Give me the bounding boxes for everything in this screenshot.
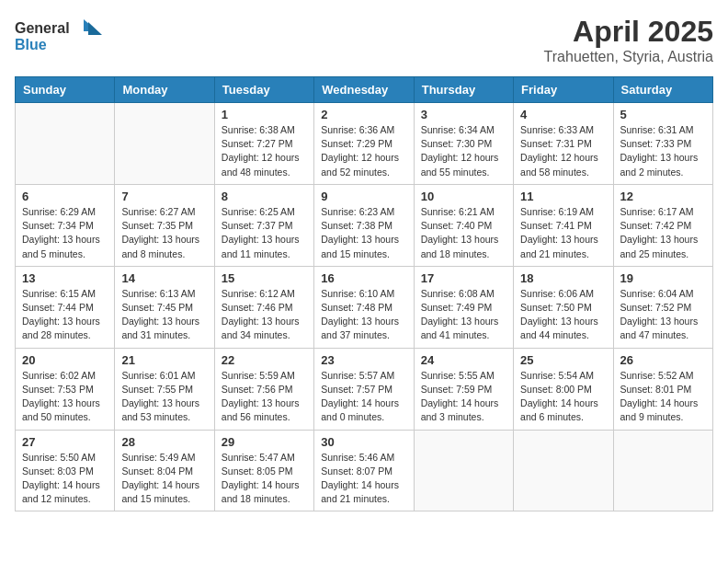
day-info: Sunrise: 6:15 AMSunset: 7:44 PMDaylight:… [22,287,108,343]
table-row: 5Sunrise: 6:31 AMSunset: 7:33 PMDaylight… [613,103,712,185]
day-info: Sunrise: 6:19 AMSunset: 7:41 PMDaylight:… [520,205,606,261]
table-row: 18Sunrise: 6:06 AMSunset: 7:50 PMDayligh… [514,266,613,348]
title-block: April 2025 Trahuetten, Styria, Austria [544,15,713,65]
table-row: 28Sunrise: 5:49 AMSunset: 8:04 PMDayligh… [115,430,214,511]
table-row: 23Sunrise: 5:57 AMSunset: 7:57 PMDayligh… [314,348,414,430]
day-number: 21 [121,353,207,367]
calendar-week-row: 13Sunrise: 6:15 AMSunset: 7:44 PMDayligh… [16,266,713,348]
calendar-subtitle: Trahuetten, Styria, Austria [544,49,713,65]
calendar-week-row: 27Sunrise: 5:50 AMSunset: 8:03 PMDayligh… [16,430,713,511]
table-row: 12Sunrise: 6:17 AMSunset: 7:42 PMDayligh… [613,184,712,266]
weekday-header-monday: Monday [115,77,214,103]
day-number: 15 [222,271,307,285]
day-number: 30 [321,435,406,449]
calendar-title: April 2025 [544,15,713,49]
day-info: Sunrise: 5:55 AMSunset: 7:59 PMDaylight:… [421,369,506,425]
weekday-header-row: SundayMondayTuesdayWednesdayThursdayFrid… [16,77,713,103]
day-number: 11 [520,190,606,203]
table-row [16,103,115,185]
day-info: Sunrise: 6:21 AMSunset: 7:40 PMDaylight:… [421,205,506,261]
day-number: 4 [520,108,606,121]
logo: General Blue [15,15,116,60]
day-number: 27 [22,435,108,449]
day-info: Sunrise: 6:34 AMSunset: 7:30 PMDaylight:… [421,123,506,179]
day-number: 29 [222,435,307,449]
day-info: Sunrise: 6:12 AMSunset: 7:46 PMDaylight:… [222,287,307,343]
day-info: Sunrise: 6:25 AMSunset: 7:37 PMDaylight:… [222,205,307,261]
table-row: 15Sunrise: 6:12 AMSunset: 7:46 PMDayligh… [214,266,313,348]
day-info: Sunrise: 6:27 AMSunset: 7:35 PMDaylight:… [121,205,207,261]
table-row [414,430,513,511]
day-info: Sunrise: 6:10 AMSunset: 7:48 PMDaylight:… [321,287,406,343]
day-info: Sunrise: 6:36 AMSunset: 7:29 PMDaylight:… [321,123,406,179]
day-info: Sunrise: 6:04 AMSunset: 7:52 PMDaylight:… [620,287,706,343]
table-row: 26Sunrise: 5:52 AMSunset: 8:01 PMDayligh… [613,348,712,430]
table-row: 24Sunrise: 5:55 AMSunset: 7:59 PMDayligh… [414,348,513,430]
calendar-week-row: 6Sunrise: 6:29 AMSunset: 7:34 PMDaylight… [16,184,713,266]
day-info: Sunrise: 5:57 AMSunset: 7:57 PMDaylight:… [321,369,406,425]
weekday-header-friday: Friday [514,77,613,103]
weekday-header-thursday: Thursday [414,77,513,103]
day-number: 7 [121,190,207,203]
day-info: Sunrise: 5:47 AMSunset: 8:05 PMDaylight:… [222,451,307,507]
table-row [613,430,712,511]
day-number: 25 [520,353,606,367]
svg-marker-2 [88,22,102,35]
day-number: 16 [321,271,406,285]
table-row: 1Sunrise: 6:38 AMSunset: 7:27 PMDaylight… [214,103,313,185]
day-number: 3 [421,108,506,121]
table-row: 22Sunrise: 5:59 AMSunset: 7:56 PMDayligh… [214,348,313,430]
day-number: 12 [620,190,706,203]
day-info: Sunrise: 6:29 AMSunset: 7:34 PMDaylight:… [22,205,108,261]
day-info: Sunrise: 5:54 AMSunset: 8:00 PMDaylight:… [520,369,606,425]
day-info: Sunrise: 6:38 AMSunset: 7:27 PMDaylight:… [222,123,307,179]
day-info: Sunrise: 6:01 AMSunset: 7:55 PMDaylight:… [121,369,207,425]
weekday-header-sunday: Sunday [16,77,115,103]
day-number: 20 [22,353,108,367]
table-row: 14Sunrise: 6:13 AMSunset: 7:45 PMDayligh… [115,266,214,348]
day-number: 19 [620,271,706,285]
day-info: Sunrise: 5:59 AMSunset: 7:56 PMDaylight:… [222,369,307,425]
day-info: Sunrise: 5:49 AMSunset: 8:04 PMDaylight:… [121,451,207,507]
day-info: Sunrise: 6:02 AMSunset: 7:53 PMDaylight:… [22,369,108,425]
day-info: Sunrise: 6:06 AMSunset: 7:50 PMDaylight:… [520,287,606,343]
header: General Blue April 2025 Trahuetten, Styr… [15,15,713,65]
day-info: Sunrise: 6:13 AMSunset: 7:45 PMDaylight:… [121,287,207,343]
table-row: 7Sunrise: 6:27 AMSunset: 7:35 PMDaylight… [115,184,214,266]
table-row [514,430,613,511]
table-row: 6Sunrise: 6:29 AMSunset: 7:34 PMDaylight… [16,184,115,266]
day-number: 13 [22,271,108,285]
table-row: 19Sunrise: 6:04 AMSunset: 7:52 PMDayligh… [613,266,712,348]
logo-text: General Blue [15,15,116,60]
day-number: 18 [520,271,606,285]
day-info: Sunrise: 6:08 AMSunset: 7:49 PMDaylight:… [421,287,506,343]
calendar-week-row: 20Sunrise: 6:02 AMSunset: 7:53 PMDayligh… [16,348,713,430]
table-row: 2Sunrise: 6:36 AMSunset: 7:29 PMDaylight… [314,103,414,185]
day-info: Sunrise: 5:46 AMSunset: 8:07 PMDaylight:… [321,451,406,507]
table-row: 8Sunrise: 6:25 AMSunset: 7:37 PMDaylight… [214,184,313,266]
table-row: 25Sunrise: 5:54 AMSunset: 8:00 PMDayligh… [514,348,613,430]
table-row: 21Sunrise: 6:01 AMSunset: 7:55 PMDayligh… [115,348,214,430]
table-row: 30Sunrise: 5:46 AMSunset: 8:07 PMDayligh… [314,430,414,511]
table-row: 27Sunrise: 5:50 AMSunset: 8:03 PMDayligh… [16,430,115,511]
table-row: 20Sunrise: 6:02 AMSunset: 7:53 PMDayligh… [16,348,115,430]
weekday-header-wednesday: Wednesday [314,77,414,103]
day-number: 22 [222,353,307,367]
day-info: Sunrise: 6:31 AMSunset: 7:33 PMDaylight:… [620,123,706,179]
table-row [115,103,214,185]
table-row: 11Sunrise: 6:19 AMSunset: 7:41 PMDayligh… [514,184,613,266]
table-row: 4Sunrise: 6:33 AMSunset: 7:31 PMDaylight… [514,103,613,185]
svg-text:General: General [15,20,70,36]
day-number: 6 [22,190,108,203]
day-info: Sunrise: 6:23 AMSunset: 7:38 PMDaylight:… [321,205,406,261]
page: General Blue April 2025 Trahuetten, Styr… [0,0,728,526]
calendar-table: SundayMondayTuesdayWednesdayThursdayFrid… [15,76,713,511]
table-row: 17Sunrise: 6:08 AMSunset: 7:49 PMDayligh… [414,266,513,348]
day-number: 9 [321,190,406,203]
day-number: 8 [222,190,307,203]
day-info: Sunrise: 5:50 AMSunset: 8:03 PMDaylight:… [22,451,108,507]
table-row: 29Sunrise: 5:47 AMSunset: 8:05 PMDayligh… [214,430,313,511]
day-number: 1 [222,108,307,121]
day-number: 5 [620,108,706,121]
table-row: 16Sunrise: 6:10 AMSunset: 7:48 PMDayligh… [314,266,414,348]
